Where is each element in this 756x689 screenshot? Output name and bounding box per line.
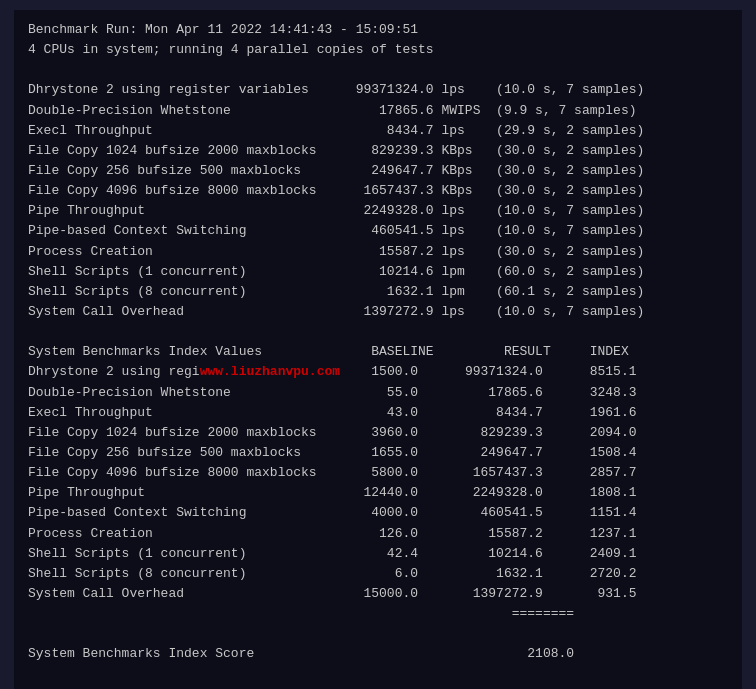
terminal: Benchmark Run: Mon Apr 11 2022 14:41:43 … bbox=[14, 10, 742, 689]
index-result-row: System Call Overhead 15000.0 1397272.9 9… bbox=[28, 584, 728, 604]
blank-5 bbox=[28, 685, 728, 689]
raw-result-row: Pipe-based Context Switching 460541.5 lp… bbox=[28, 221, 728, 241]
index-result-row: Execl Throughput 43.0 8434.7 1961.6 bbox=[28, 403, 728, 423]
raw-result-row: Pipe Throughput 2249328.0 lps (10.0 s, 7… bbox=[28, 201, 728, 221]
blank-2 bbox=[28, 322, 728, 342]
separator-line: ======== bbox=[28, 604, 728, 624]
index-result-row: File Copy 4096 bufsize 8000 maxblocks 58… bbox=[28, 463, 728, 483]
blank-3 bbox=[28, 624, 728, 644]
index-result-row: Pipe-based Context Switching 4000.0 4605… bbox=[28, 503, 728, 523]
header-line-1: Benchmark Run: Mon Apr 11 2022 14:41:43 … bbox=[28, 20, 728, 40]
raw-result-row: Shell Scripts (1 concurrent) 10214.6 lpm… bbox=[28, 262, 728, 282]
raw-result-row: Process Creation 15587.2 lps (30.0 s, 2 … bbox=[28, 242, 728, 262]
index-result-row: Dhrystone 2 using regiwww.liuzhanvpu.com… bbox=[28, 362, 728, 382]
index-result-row: Shell Scripts (1 concurrent) 42.4 10214.… bbox=[28, 544, 728, 564]
raw-result-row: Dhrystone 2 using register variables 993… bbox=[28, 80, 728, 100]
index-section: System Benchmarks Index Values BASELINE … bbox=[28, 342, 728, 624]
index-header-row: System Benchmarks Index Values BASELINE … bbox=[28, 342, 728, 362]
raw-result-row: Double-Precision Whetstone 17865.6 MWIPS… bbox=[28, 101, 728, 121]
score-line: System Benchmarks Index Score 2108.0 bbox=[28, 644, 728, 664]
raw-result-row: File Copy 256 bufsize 500 maxblocks 2496… bbox=[28, 161, 728, 181]
index-result-row: File Copy 256 bufsize 500 maxblocks 1655… bbox=[28, 443, 728, 463]
raw-result-row: Shell Scripts (8 concurrent) 1632.1 lpm … bbox=[28, 282, 728, 302]
blank-4 bbox=[28, 665, 728, 685]
raw-results-section: Dhrystone 2 using register variables 993… bbox=[28, 80, 728, 322]
index-result-row: Shell Scripts (8 concurrent) 6.0 1632.1 … bbox=[28, 564, 728, 584]
raw-result-row: File Copy 1024 bufsize 2000 maxblocks 82… bbox=[28, 141, 728, 161]
raw-result-row: System Call Overhead 1397272.9 lps (10.0… bbox=[28, 302, 728, 322]
raw-result-row: File Copy 4096 bufsize 8000 maxblocks 16… bbox=[28, 181, 728, 201]
watermark-text: www.liuzhanvpu.com bbox=[200, 364, 340, 379]
index-result-row: File Copy 1024 bufsize 2000 maxblocks 39… bbox=[28, 423, 728, 443]
index-result-row: Pipe Throughput 12440.0 2249328.0 1808.1 bbox=[28, 483, 728, 503]
header-line-2: 4 CPUs in system; running 4 parallel cop… bbox=[28, 40, 728, 60]
index-result-row: Double-Precision Whetstone 55.0 17865.6 … bbox=[28, 383, 728, 403]
raw-result-row: Execl Throughput 8434.7 lps (29.9 s, 2 s… bbox=[28, 121, 728, 141]
score-section: System Benchmarks Index Score 2108.0 bbox=[28, 644, 728, 664]
index-result-row: Process Creation 126.0 15587.2 1237.1 bbox=[28, 524, 728, 544]
blank-1 bbox=[28, 60, 728, 80]
